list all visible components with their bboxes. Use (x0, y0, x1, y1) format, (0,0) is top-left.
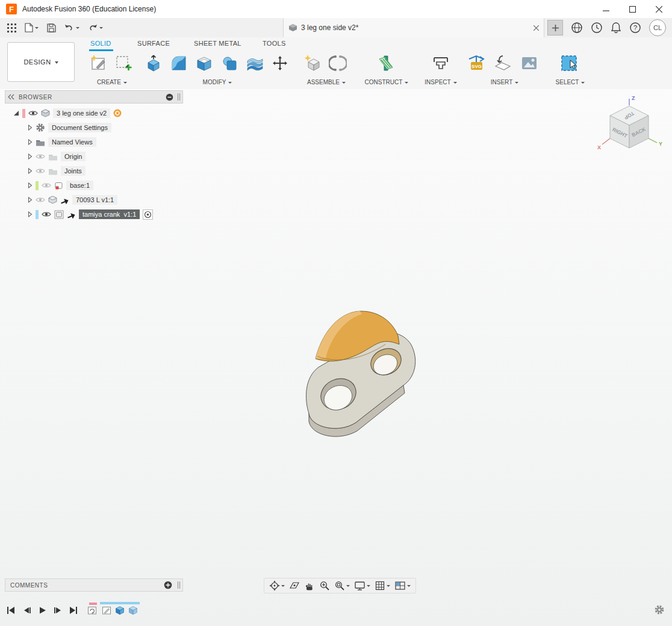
expand-arrow-icon[interactable] (28, 168, 33, 174)
browser-row-document-settings[interactable]: Document Settings (5, 120, 183, 135)
select-button[interactable] (558, 52, 581, 75)
group-construct-label[interactable]: CONSTRUCT (361, 79, 412, 85)
browser-row-root[interactable]: 3 leg one side v2 (5, 106, 183, 120)
visibility-eye-icon[interactable] (28, 110, 38, 117)
document-tab[interactable]: 3 leg one side v2* (283, 18, 544, 37)
browser-item-label[interactable]: 3 leg one side v2 (53, 108, 110, 118)
viewports-tool[interactable] (394, 580, 411, 591)
maximize-button[interactable] (619, 0, 646, 18)
browser-item-label[interactable]: 70093 L v1:1 (72, 195, 117, 205)
grid-snap-tool[interactable] (375, 580, 390, 591)
panel-grip-icon[interactable] (177, 93, 181, 101)
comments-grip-icon[interactable] (177, 581, 181, 589)
job-status-clock-icon[interactable] (591, 22, 603, 34)
user-avatar[interactable]: CL (649, 19, 666, 36)
tab-surface[interactable]: SURFACE (137, 40, 170, 47)
timeline-feature-derive[interactable] (87, 605, 98, 616)
browser-item-label[interactable]: Joints (61, 166, 86, 176)
undo-button[interactable] (64, 23, 79, 32)
redo-button[interactable] (88, 23, 103, 32)
panel-minimize-icon[interactable] (166, 93, 173, 101)
add-comment-icon[interactable] (164, 581, 172, 589)
visibility-eye-off-icon[interactable] (42, 182, 51, 189)
timeline-feature-sketch[interactable] (101, 605, 112, 616)
timeline-step-forward-button[interactable] (52, 606, 64, 615)
create-sketch-button[interactable] (87, 52, 110, 75)
tab-solid[interactable]: SOLID (90, 40, 111, 47)
zoom-tool[interactable] (319, 580, 330, 591)
root-expand-icon[interactable] (13, 110, 19, 116)
close-button[interactable] (646, 0, 672, 18)
timeline-play-button[interactable] (36, 606, 48, 615)
visibility-eye-icon[interactable] (42, 211, 51, 218)
new-tab-button[interactable] (547, 20, 563, 36)
pan-tool[interactable] (304, 580, 315, 591)
sync-status-icon[interactable] (113, 109, 122, 117)
document-tab-close-icon[interactable] (534, 25, 539, 31)
timeline-settings-button[interactable] (654, 604, 665, 615)
expand-arrow-icon[interactable] (28, 153, 33, 160)
group-assemble-label[interactable]: ASSEMBLE (300, 79, 353, 85)
timeline-feature-extrude-2[interactable] (128, 605, 138, 616)
tab-sheet-metal[interactable]: SHEET METAL (194, 40, 241, 47)
insert-canvas-button[interactable] (518, 52, 541, 75)
measure-button[interactable] (429, 52, 452, 75)
app-grid-icon[interactable] (7, 23, 16, 33)
file-menu-button[interactable] (25, 23, 39, 33)
tab-tools[interactable]: TOOLS (263, 40, 286, 47)
view-cube[interactable]: Z X Y TOP RIGHT BACK (593, 94, 665, 166)
new-component-button[interactable] (301, 52, 324, 75)
timeline-feature-extrude[interactable] (114, 605, 125, 616)
press-pull-button[interactable] (142, 52, 165, 75)
group-modify-label[interactable]: MODIFY (142, 79, 293, 85)
notifications-bell-icon[interactable] (611, 22, 621, 34)
save-button[interactable] (47, 23, 56, 33)
browser-row-origin[interactable]: Origin (5, 149, 183, 164)
activate-component-radio[interactable] (143, 209, 153, 220)
visibility-eye-off-icon[interactable] (36, 167, 45, 175)
construction-plane-button[interactable] (375, 52, 397, 75)
comments-bar[interactable]: COMMENTS (5, 578, 183, 592)
timeline-skip-end-button[interactable] (67, 606, 79, 615)
browser-item-label[interactable]: Named Views (48, 137, 96, 147)
group-inspect-label[interactable]: INSPECT (418, 79, 464, 85)
insert-svg-button[interactable]: SVG (465, 52, 488, 75)
joint-button[interactable] (326, 52, 349, 75)
browser-row-tamiya-crank[interactable]: tamiya crank v1:1 (5, 207, 183, 222)
minimize-button[interactable] (593, 0, 619, 18)
group-insert-label[interactable]: INSERT (465, 79, 544, 85)
workspace-selector[interactable]: DESIGN (7, 42, 75, 82)
group-create-label[interactable]: CREATE (84, 79, 140, 85)
expand-arrow-icon[interactable] (28, 211, 33, 217)
browser-item-label[interactable]: Origin (61, 152, 86, 161)
display-settings-tool[interactable] (354, 580, 370, 591)
shell-button[interactable] (193, 52, 216, 75)
fit-tool[interactable] (334, 580, 350, 591)
help-icon[interactable]: ? (629, 22, 641, 34)
timeline-skip-start-button[interactable] (5, 606, 17, 615)
collapse-panel-icon[interactable] (8, 94, 15, 100)
expand-arrow-icon[interactable] (28, 125, 33, 131)
browser-row-joints[interactable]: Joints (5, 164, 183, 178)
orbit-tool[interactable] (269, 580, 285, 591)
browser-item-label[interactable]: Document Settings (48, 123, 111, 132)
expand-arrow-icon[interactable] (28, 182, 33, 188)
group-select-label[interactable]: SELECT (549, 79, 591, 85)
timeline-step-back-button[interactable] (20, 606, 33, 615)
browser-row-70093[interactable]: 70093 L v1:1 (5, 193, 183, 207)
create-derived-sketch-button[interactable] (112, 52, 135, 75)
look-at-tool[interactable] (289, 580, 300, 591)
browser-row-base[interactable]: base:1 (5, 178, 183, 193)
fillet-button[interactable] (167, 52, 190, 75)
browser-item-label[interactable]: tamiya crank v1:1 (79, 209, 140, 219)
browser-item-label[interactable]: base:1 (66, 181, 93, 190)
timeline-selection-bar[interactable] (100, 602, 140, 604)
expand-arrow-icon[interactable] (28, 139, 33, 145)
expand-arrow-icon[interactable] (28, 197, 33, 203)
extensions-globe-icon[interactable] (571, 22, 583, 34)
combine-button[interactable] (218, 52, 241, 75)
thicken-button[interactable] (243, 52, 266, 75)
visibility-eye-off-icon[interactable] (36, 196, 45, 203)
insert-derive-button[interactable] (491, 52, 514, 75)
browser-row-named-views[interactable]: Named Views (5, 135, 183, 149)
